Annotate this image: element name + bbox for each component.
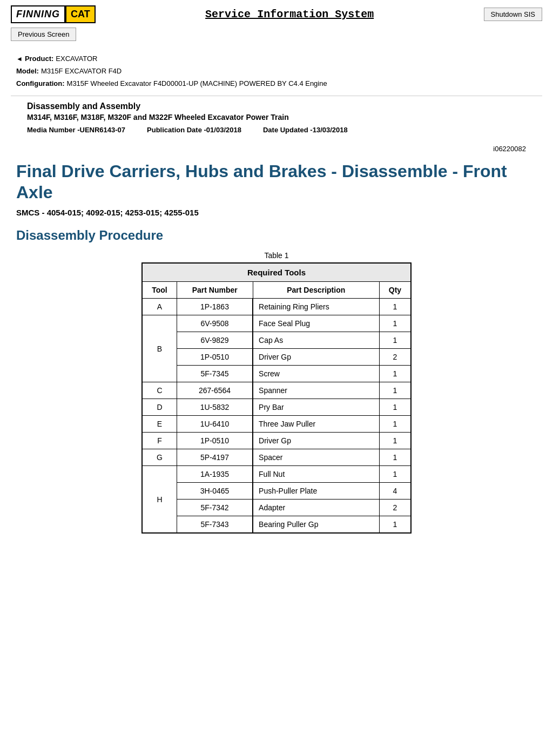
product-label: Product: bbox=[25, 53, 53, 65]
model-line: Model: M315F EXCAVATOR F4D bbox=[16, 66, 537, 77]
table-row: D1U-5832Pry Bar1 bbox=[142, 399, 411, 416]
table-label: Table 1 bbox=[141, 251, 412, 260]
page-title: Final Drive Carriers, Hubs and Brakes - … bbox=[16, 161, 537, 202]
table-row: A1P-1863Retaining Ring Pliers1 bbox=[142, 299, 411, 315]
date-updated: Date Updated -13/03/2018 bbox=[263, 126, 348, 134]
cell-tool: D bbox=[142, 399, 177, 416]
table-row: 6V-9829Cap As1 bbox=[142, 332, 411, 349]
shutdown-sis-button[interactable]: Shutdown SIS bbox=[484, 8, 542, 21]
config-label: Configuration: bbox=[16, 78, 65, 90]
smcs-line: SMCS - 4054-015; 4092-015; 4253-015; 425… bbox=[16, 208, 537, 217]
table-row: B6V-9508Face Seal Plug1 bbox=[142, 315, 411, 332]
cell-description: Full Nut bbox=[253, 466, 379, 483]
cell-qty: 1 bbox=[379, 299, 411, 315]
cell-qty: 1 bbox=[379, 315, 411, 332]
tools-table: Required Tools Tool Part Number Part Des… bbox=[141, 262, 412, 534]
product-arrow: ◄ bbox=[16, 54, 23, 64]
cell-description: Driver Gp bbox=[253, 433, 379, 449]
table-header: Required Tools bbox=[142, 263, 411, 282]
doc-meta: Media Number -UENR6143-07 Publication Da… bbox=[27, 126, 526, 134]
logo-finning: FINNING bbox=[11, 5, 65, 23]
cell-qty: 1 bbox=[379, 382, 411, 399]
col-tool: Tool bbox=[142, 282, 177, 299]
col-description: Part Description bbox=[253, 282, 379, 299]
media-number: Media Number -UENR6143-07 bbox=[27, 126, 125, 134]
cell-qty: 1 bbox=[379, 416, 411, 433]
cell-part-number: 1P-1863 bbox=[177, 299, 253, 315]
cell-part-number: 1P-0510 bbox=[177, 349, 253, 366]
cell-description: Adapter bbox=[253, 500, 379, 516]
product-info: ◄ Product: EXCAVATOR Model: M315F EXCAVA… bbox=[0, 45, 553, 96]
cell-qty: 1 bbox=[379, 466, 411, 483]
doc-subtitle: M314F, M316F, M318F, M320F and M322F Whe… bbox=[27, 113, 526, 122]
cell-tool: H bbox=[142, 466, 177, 534]
cell-tool: G bbox=[142, 449, 177, 466]
cell-qty: 1 bbox=[379, 332, 411, 349]
cell-tool: E bbox=[142, 416, 177, 433]
cell-description: Bearing Puller Gp bbox=[253, 516, 379, 534]
table-row: 5F-7343Bearing Puller Gp1 bbox=[142, 516, 411, 534]
cell-tool: A bbox=[142, 299, 177, 315]
cell-part-number: 3H-0465 bbox=[177, 483, 253, 500]
cell-tool: F bbox=[142, 433, 177, 449]
table-header-row: Required Tools bbox=[142, 263, 411, 282]
cell-qty: 1 bbox=[379, 366, 411, 382]
cell-part-number: 5F-7345 bbox=[177, 366, 253, 382]
table-row: F1P-0510Driver Gp1 bbox=[142, 433, 411, 449]
logo-area: FINNING CAT bbox=[11, 5, 96, 23]
cell-qty: 1 bbox=[379, 516, 411, 534]
smcs-label: SMCS - bbox=[16, 208, 45, 217]
table-row: 5F-7342Adapter2 bbox=[142, 500, 411, 516]
table-col-header: Tool Part Number Part Description Qty bbox=[142, 282, 411, 299]
model-label: Model: bbox=[16, 66, 39, 77]
table-row: 5F-7345Screw1 bbox=[142, 366, 411, 382]
cell-description: Cap As bbox=[253, 332, 379, 349]
cell-part-number: 267-6564 bbox=[177, 382, 253, 399]
cell-part-number: 5F-7343 bbox=[177, 516, 253, 534]
cell-part-number: 5F-7342 bbox=[177, 500, 253, 516]
table-container: Table 1 Required Tools Tool Part Number … bbox=[141, 251, 412, 534]
main-content: i06220082 Final Drive Carriers, Hubs and… bbox=[0, 139, 553, 539]
cell-part-number: 1U-5832 bbox=[177, 399, 253, 416]
cell-description: Spanner bbox=[253, 382, 379, 399]
cell-qty: 1 bbox=[379, 433, 411, 449]
cell-description: Face Seal Plug bbox=[253, 315, 379, 332]
cell-description: Pry Bar bbox=[253, 399, 379, 416]
cell-part-number: 5P-4197 bbox=[177, 449, 253, 466]
table-row: C267-6564Spanner1 bbox=[142, 382, 411, 399]
header: FINNING CAT Service Information System S… bbox=[0, 0, 553, 23]
prev-screen-row: Previous Screen bbox=[0, 23, 553, 45]
table-row: 1P-0510Driver Gp2 bbox=[142, 349, 411, 366]
cell-description: Driver Gp bbox=[253, 349, 379, 366]
cell-part-number: 6V-9829 bbox=[177, 332, 253, 349]
cell-description: Spacer bbox=[253, 449, 379, 466]
product-line: ◄ Product: EXCAVATOR bbox=[16, 53, 537, 65]
product-value: EXCAVATOR bbox=[56, 53, 97, 65]
cell-description: Three Jaw Puller bbox=[253, 416, 379, 433]
cell-qty: 1 bbox=[379, 399, 411, 416]
cell-tool: B bbox=[142, 315, 177, 382]
cell-part-number: 1P-0510 bbox=[177, 433, 253, 449]
cell-part-number: 6V-9508 bbox=[177, 315, 253, 332]
table-body: A1P-1863Retaining Ring Pliers1B6V-9508Fa… bbox=[142, 299, 411, 534]
section-title: Disassembly Procedure bbox=[16, 228, 537, 243]
cell-part-number: 1A-1935 bbox=[177, 466, 253, 483]
cell-part-number: 1U-6410 bbox=[177, 416, 253, 433]
cell-qty: 1 bbox=[379, 449, 411, 466]
cell-qty: 2 bbox=[379, 500, 411, 516]
cell-description: Push-Puller Plate bbox=[253, 483, 379, 500]
table-row: E1U-6410Three Jaw Puller1 bbox=[142, 416, 411, 433]
model-value: M315F EXCAVATOR F4D bbox=[41, 66, 122, 77]
col-part-number: Part Number bbox=[177, 282, 253, 299]
previous-screen-button[interactable]: Previous Screen bbox=[11, 28, 76, 41]
doc-section: Disassembly and Assembly M314F, M316F, M… bbox=[11, 96, 542, 139]
table-row: H1A-1935Full Nut1 bbox=[142, 466, 411, 483]
logo-cat: CAT bbox=[65, 5, 96, 23]
cell-tool: C bbox=[142, 382, 177, 399]
cell-description: Retaining Ring Pliers bbox=[253, 299, 379, 315]
config-line: Configuration: M315F Wheeled Excavator F… bbox=[16, 78, 537, 90]
cell-qty: 4 bbox=[379, 483, 411, 500]
table-row: G5P-4197Spacer1 bbox=[142, 449, 411, 466]
cell-description: Screw bbox=[253, 366, 379, 382]
doc-id: i06220082 bbox=[16, 145, 537, 153]
